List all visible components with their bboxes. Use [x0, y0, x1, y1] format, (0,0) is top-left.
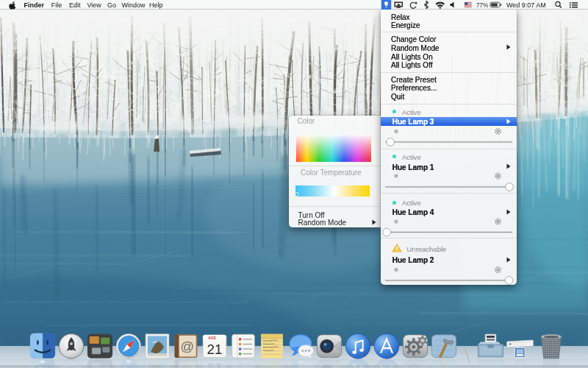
svg-text:77%: 77%: [476, 2, 488, 9]
svg-text:@: @: [180, 339, 194, 354]
svg-text:Wed 9:07 AM: Wed 9:07 AM: [506, 1, 546, 9]
svg-text:21: 21: [207, 342, 223, 357]
svg-text:AUG: AUG: [208, 336, 216, 340]
